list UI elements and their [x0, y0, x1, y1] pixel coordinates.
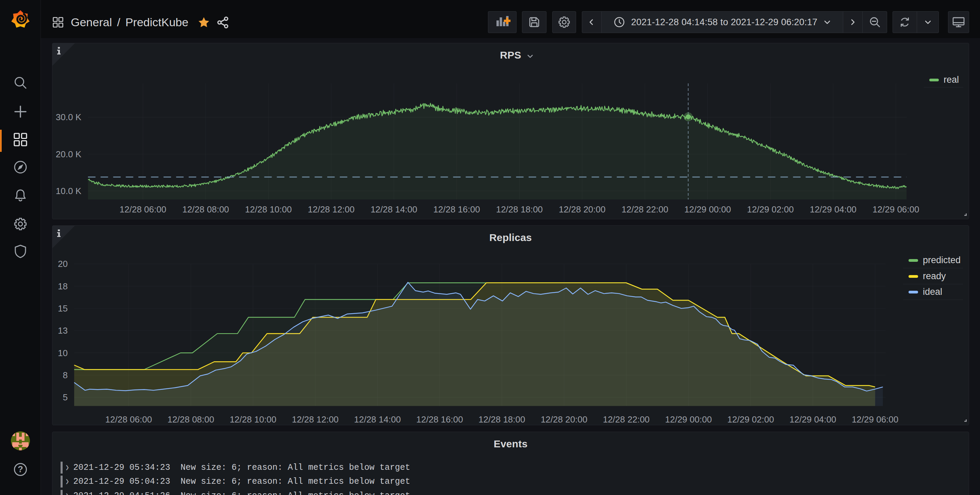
svg-text:?: ? [18, 464, 23, 474]
